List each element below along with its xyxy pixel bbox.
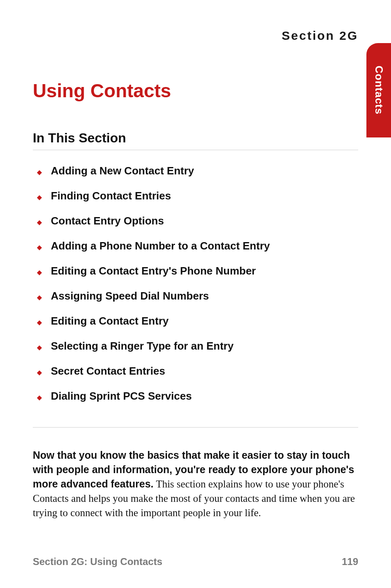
diamond-bullet-icon: ◆ (37, 294, 42, 301)
toc-item-label: Editing a Contact Entry's Phone Number (51, 265, 256, 277)
toc-item-label: Contact Entry Options (51, 215, 164, 227)
toc-item: ◆ Contact Entry Options (33, 215, 358, 227)
toc-item: ◆ Dialing Sprint PCS Services (33, 390, 358, 403)
toc-item: ◆ Finding Contact Entries (33, 190, 358, 202)
diamond-bullet-icon: ◆ (37, 169, 42, 176)
toc-item: ◆ Editing a Contact Entry (33, 315, 358, 327)
toc-item: ◆ Assigning Speed Dial Numbers (33, 290, 358, 302)
section-label: Section 2G (33, 29, 358, 43)
thumb-tab-text: Contacts (373, 66, 385, 114)
page-footer: Section 2G: Using Contacts 119 (33, 556, 358, 567)
thumb-tab: Contacts (366, 43, 391, 137)
toc-item: ◆ Editing a Contact Entry's Phone Number (33, 265, 358, 277)
toc-list: ◆ Adding a New Contact Entry ◆ Finding C… (33, 165, 358, 428)
footer-section: Section 2G: Using Contacts (33, 556, 162, 567)
toc-item-label: Selecting a Ringer Type for an Entry (51, 340, 234, 352)
toc-item: ◆ Selecting a Ringer Type for an Entry (33, 340, 358, 352)
diamond-bullet-icon: ◆ (37, 344, 42, 351)
toc-item-label: Editing a Contact Entry (51, 315, 168, 327)
toc-item-label: Assigning Speed Dial Numbers (51, 290, 209, 302)
toc-item: ◆ Adding a Phone Number to a Contact Ent… (33, 240, 358, 252)
toc-item-label: Dialing Sprint PCS Services (51, 390, 192, 403)
toc-item-label: Adding a New Contact Entry (51, 165, 194, 177)
footer-page-number: 119 (342, 556, 358, 567)
toc-item-label: Secret Contact Entries (51, 365, 165, 378)
diamond-bullet-icon: ◆ (37, 269, 42, 276)
page-title: Using Contacts (33, 80, 358, 102)
diamond-bullet-icon: ◆ (37, 219, 42, 226)
toc-item: ◆ Adding a New Contact Entry (33, 165, 358, 177)
diamond-bullet-icon: ◆ (37, 369, 42, 376)
diamond-bullet-icon: ◆ (37, 244, 42, 251)
in-this-section-heading: In This Section (33, 130, 358, 150)
page: Section 2G Contacts Using Contacts In Th… (0, 0, 391, 588)
toc-item: ◆ Secret Contact Entries (33, 365, 358, 378)
toc-item-label: Finding Contact Entries (51, 190, 171, 202)
toc-item-label: Adding a Phone Number to a Contact Entry (51, 240, 270, 252)
diamond-bullet-icon: ◆ (37, 319, 42, 326)
diamond-bullet-icon: ◆ (37, 394, 42, 401)
body-paragraph: Now that you know the basics that make i… (33, 448, 358, 520)
diamond-bullet-icon: ◆ (37, 194, 42, 201)
